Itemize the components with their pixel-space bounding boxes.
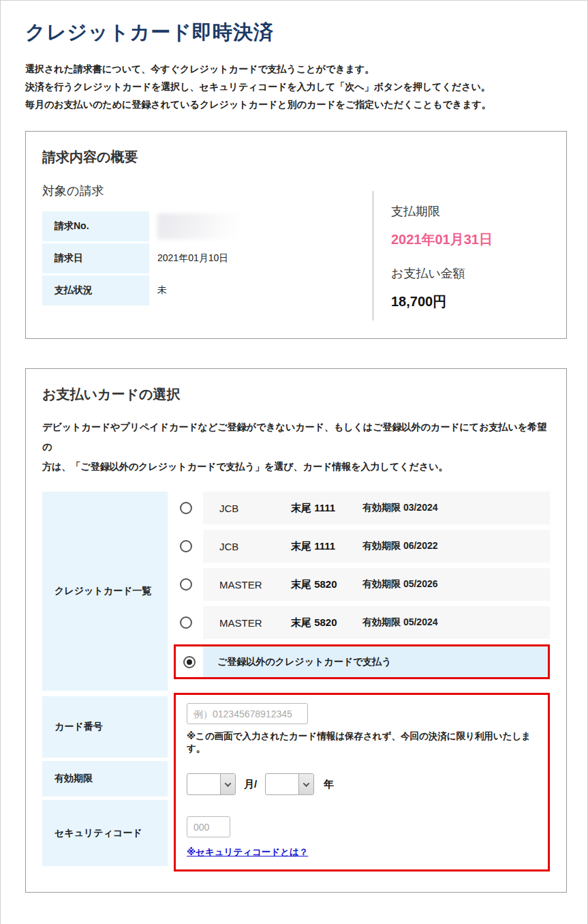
radio-button[interactable]	[180, 578, 192, 591]
amount-label: お支払い金額	[391, 265, 550, 282]
card-expiry: 有効期限 06/2022	[362, 540, 438, 552]
card-selection-description: デビットカードやプリペイドカードなどご登録ができないカード、もしくはご登録以外の…	[42, 417, 550, 477]
page-title: クレジットカード即時決済	[25, 19, 567, 46]
select-value	[187, 774, 220, 794]
card-option-row[interactable]: MASTER 末尾 5820 有効期限 05/2026	[174, 568, 550, 601]
intro-line: 毎月のお支払いのために登録されているクレジットカードと別のカードをご指定いただく…	[25, 95, 567, 113]
due-date-label: 支払期限	[391, 203, 550, 220]
redacted-invoice-number	[157, 213, 241, 239]
card-last4: 末尾 5820	[291, 616, 362, 629]
billing-summary-heading: 請求内容の概要	[42, 148, 550, 166]
card-brand: JCB	[219, 503, 291, 514]
card-expiry: 有効期限 03/2024	[362, 502, 438, 514]
radio-wrap	[176, 646, 203, 677]
payment-status-label: 支払状況	[42, 275, 149, 305]
radio-button[interactable]	[180, 540, 192, 552]
card-brand: MASTER	[219, 579, 291, 591]
card-number-input[interactable]	[187, 703, 308, 724]
card-list-label: クレジットカード一覧	[42, 492, 168, 691]
description-line: デビットカードやプリペイドカードなどご登録ができないカード、もしくはご登録以外の…	[42, 417, 550, 457]
card-option-row[interactable]: JCB 末尾 1111 有効期限 03/2024	[174, 492, 550, 524]
card-option-row[interactable]: MASTER 末尾 5820 有効期限 05/2024	[174, 606, 550, 639]
invoice-no-label: 請求No.	[42, 211, 149, 241]
expiry-group: 月/ 年	[187, 773, 537, 795]
card-option-box[interactable]: JCB 末尾 1111 有効期限 06/2022	[203, 530, 550, 563]
other-card-option-label[interactable]: ご登録以外のクレジットカードで支払う	[203, 646, 548, 677]
radio-button-selected[interactable]	[183, 656, 196, 668]
invoice-date-label: 請求日	[42, 243, 149, 273]
due-date-value: 2021年01月31日	[391, 230, 550, 249]
radio-button[interactable]	[180, 616, 192, 629]
security-code-help-link[interactable]: ※セキュリティコードとは？	[187, 846, 308, 859]
billing-subheading: 対象の請求	[42, 183, 373, 199]
card-option-box[interactable]: JCB 末尾 1111 有効期限 03/2024	[203, 492, 550, 524]
card-selection-panel: お支払いカードの選択 デビットカードやプリペイドカードなどご登録ができないカード…	[25, 368, 567, 893]
other-card-option-row[interactable]: ご登録以外のクレジットカードで支払う	[174, 644, 550, 679]
card-number-label: カード番号	[42, 696, 168, 758]
month-suffix: 月/	[244, 778, 257, 791]
form-label-column: クレジットカード一覧 カード番号 有効期限 セキュリティコード	[42, 492, 168, 871]
billing-summary-panel: 請求内容の概要 対象の請求 請求No. 請求日 2021年01月10日	[25, 131, 567, 339]
security-code-group: ※セキュリティコードとは？	[187, 816, 537, 859]
card-last4: 末尾 5820	[291, 578, 362, 591]
card-brand: JCB	[219, 541, 291, 552]
billing-detail-table: 対象の請求 請求No. 請求日 2021年01月10日 支払状況 未	[42, 183, 373, 321]
intro-line: 決済を行うクレジットカードを選択し、セキュリティコードを入力して「次へ」ボタンを…	[25, 78, 567, 95]
card-expiry: 有効期限 05/2026	[362, 578, 438, 591]
card-brand: MASTER	[219, 617, 291, 629]
expiry-label: 有効期限	[42, 761, 168, 796]
card-option-row[interactable]: JCB 末尾 1111 有効期限 06/2022	[174, 530, 550, 563]
intro-line: 選択された請求書について、今すぐクレジットカードで支払うことができます。	[25, 60, 567, 78]
table-row: 支払状況 未	[42, 275, 373, 305]
card-expiry: 有効期限 05/2024	[362, 616, 438, 629]
security-code-label: セキュリティコード	[42, 800, 168, 866]
security-code-input[interactable]	[187, 816, 230, 837]
expiry-month-select[interactable]	[187, 773, 236, 795]
card-number-note: ※この画面で入力されたカード情報は保存されず、今回の決済に限り利用いたします。	[187, 730, 537, 755]
payment-summary: 支払期限 2021年01月31日 お支払い金額 18,700円	[373, 191, 550, 321]
payment-status-value: 未	[149, 275, 167, 305]
card-last4: 末尾 1111	[291, 502, 362, 515]
card-last4: 末尾 1111	[291, 540, 362, 553]
chevron-down-icon[interactable]	[220, 774, 235, 794]
select-value	[266, 774, 298, 794]
description-line: 方は、「ご登録以外のクレジットカードで支払う」を選び、カード情報を入力してくださ…	[42, 457, 550, 477]
card-selection-heading: お支払いカードの選択	[42, 385, 550, 404]
payment-page: クレジットカード即時決済 選択された請求書について、今すぐクレジットカードで支払…	[0, 0, 588, 924]
chevron-down-icon[interactable]	[298, 774, 313, 794]
invoice-no-value	[149, 211, 241, 241]
expiry-year-select[interactable]	[265, 773, 314, 795]
amount-value: 18,700円	[391, 293, 550, 311]
radio-button[interactable]	[180, 502, 192, 514]
year-suffix: 年	[324, 778, 334, 791]
invoice-date-value: 2021年01月10日	[149, 243, 228, 273]
table-row: 請求日 2021年01月10日	[42, 243, 373, 273]
card-option-box[interactable]: MASTER 末尾 5820 有効期限 05/2024	[203, 606, 550, 639]
new-card-entry-box: ※この画面で入力されたカード情報は保存されず、今回の決済に限り利用いたします。 …	[174, 693, 550, 871]
table-row: 請求No.	[42, 211, 373, 241]
intro-text: 選択された請求書について、今すぐクレジットカードで支払うことができます。 決済を…	[25, 60, 567, 113]
card-option-box[interactable]: MASTER 末尾 5820 有効期限 05/2026	[203, 568, 550, 601]
